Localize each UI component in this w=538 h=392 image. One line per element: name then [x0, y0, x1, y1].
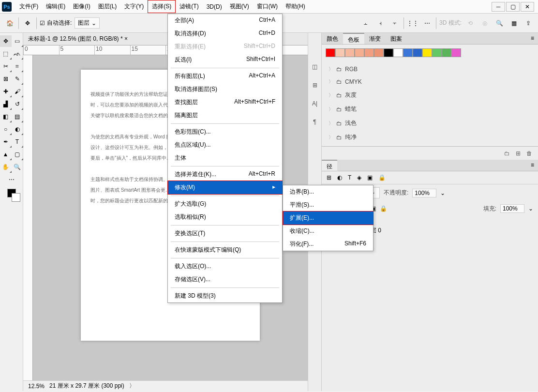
menu-filter[interactable]: 滤镜(T)	[176, 0, 202, 13]
healing-tool[interactable]: ✚	[0, 86, 12, 97]
menu-item[interactable]: 查找图层Alt+Shift+Ctrl+F	[168, 96, 282, 109]
swatch[interactable]	[403, 48, 413, 57]
menu-item[interactable]: 色彩范围(C)...	[168, 125, 282, 138]
swatch[interactable]	[355, 48, 364, 57]
swatch[interactable]	[413, 48, 422, 57]
panel-menu-icon[interactable]: ≡	[527, 33, 538, 44]
swatch[interactable]	[422, 48, 432, 57]
align-bottom-icon[interactable]: ⫟	[389, 17, 401, 29]
swatch[interactable]	[451, 48, 461, 57]
tab-color[interactable]: 颜色	[322, 33, 343, 44]
menu-view[interactable]: 视图(V)	[226, 0, 253, 13]
menu-3d[interactable]: 3D(D)	[203, 1, 226, 12]
history-brush-tool[interactable]: ↺	[12, 98, 23, 110]
menu-item[interactable]: 全部(A)Ctrl+A	[168, 14, 282, 27]
swatch-folder[interactable]: 〉🗀灰度	[327, 88, 533, 102]
marquee-tool[interactable]: ⬚	[0, 48, 12, 60]
menu-help[interactable]: 帮助(H)	[282, 0, 309, 13]
tab-pattern[interactable]: 图案	[386, 33, 407, 44]
swatch[interactable]	[364, 48, 374, 57]
tab-gradient[interactable]: 渐变	[364, 33, 386, 44]
new-swatch-icon[interactable]: ⊞	[516, 150, 521, 157]
swatch[interactable]	[345, 48, 355, 57]
crop-tool[interactable]: ⌗	[12, 60, 23, 72]
menu-item[interactable]: 变换选区(T)	[168, 227, 282, 240]
menu-item[interactable]: 载入选区(O)...	[168, 260, 282, 273]
opacity-input[interactable]: 100%	[412, 189, 436, 197]
clone-tool[interactable]: ▟	[0, 98, 12, 110]
filter-icon[interactable]: ⊞	[327, 174, 331, 181]
align-middle-icon[interactable]: ⫞	[374, 17, 386, 29]
character-icon[interactable]: A|	[310, 99, 320, 108]
type-tool[interactable]: T	[12, 136, 23, 148]
zoom-level[interactable]: 12.5%	[28, 383, 45, 390]
menu-item[interactable]: 在快速蒙版模式下编辑(Q)	[168, 243, 282, 256]
adjust-icon[interactable]: ◈	[357, 174, 361, 181]
blur-tool[interactable]: ○	[0, 123, 12, 135]
submenu-item[interactable]: 羽化(F)...Shift+F6	[283, 238, 373, 251]
eyedropper-tool[interactable]: ✎	[12, 73, 23, 85]
menu-item[interactable]: 选择并遮住(K)...Alt+Ctrl+R	[168, 168, 282, 181]
submenu-item[interactable]: 边界(B)...	[283, 185, 373, 198]
hand-tool[interactable]: ✋	[0, 161, 12, 173]
distribute-icon[interactable]: ⋮⋮	[407, 17, 418, 29]
menu-select[interactable]: 选择(S)	[148, 0, 176, 13]
align-top-icon[interactable]: ⫠	[360, 17, 372, 29]
properties-icon[interactable]: ⊞	[310, 80, 320, 90]
menu-item[interactable]: 新建 3D 模型(3)	[168, 289, 282, 302]
pen-tool[interactable]: ✒	[0, 136, 12, 148]
zoom-tool[interactable]: 🔍	[12, 161, 23, 173]
home-icon[interactable]: 🏠	[4, 17, 15, 29]
swatch[interactable]	[393, 48, 403, 57]
menu-edit[interactable]: 编辑(E)	[42, 0, 69, 13]
swatch-folder[interactable]: 〉🗀RGB	[327, 63, 533, 75]
zoom-icon[interactable]: 🔍	[493, 17, 505, 29]
menu-window[interactable]: 窗口(W)	[253, 0, 282, 13]
swatch[interactable]	[335, 48, 345, 57]
swatch-folder[interactable]: 〉🗀CMYK	[327, 75, 533, 88]
swatch[interactable]	[432, 48, 442, 57]
menu-item[interactable]: 存储选区(V)...	[168, 273, 282, 286]
menu-type[interactable]: 文字(Y)	[120, 0, 148, 13]
frame-tool[interactable]: ⊠	[0, 73, 12, 85]
menu-item[interactable]: 选取相似(R)	[168, 211, 282, 224]
menu-file[interactable]: 文件(F)	[15, 0, 42, 13]
mask-icon[interactable]: ◐	[337, 174, 342, 181]
swatch-folder[interactable]: 〉🗀蜡笔	[327, 102, 533, 116]
swatch[interactable]	[384, 48, 393, 57]
pan-icon[interactable]: ◎	[479, 17, 491, 29]
menu-item[interactable]: 所有图层(L)Alt+Ctrl+A	[168, 70, 282, 83]
dodge-tool[interactable]: ◐	[12, 123, 23, 135]
smart-icon[interactable]: ▣	[367, 174, 373, 181]
move-tool[interactable]: ✥	[0, 35, 12, 47]
swatch[interactable]	[326, 48, 335, 57]
swatch[interactable]	[442, 48, 451, 57]
menu-item[interactable]: 扩大选取(G)	[168, 197, 282, 211]
swatch-folder[interactable]: 〉🗀纯净	[327, 130, 533, 144]
submenu-item[interactable]: 扩展(E)...	[283, 211, 374, 225]
move-tool-icon[interactable]: ✥	[22, 17, 33, 29]
orbit-icon[interactable]: ⟲	[464, 17, 476, 29]
close-button[interactable]: ✕	[521, 2, 534, 12]
lock-all-icon[interactable]: 🔒	[380, 205, 387, 212]
more-icon[interactable]: ⋯	[421, 17, 433, 29]
artboard-tool[interactable]: ▭	[12, 35, 23, 47]
menu-item[interactable]: 反选(I)Shift+Ctrl+I	[168, 53, 282, 66]
menu-item[interactable]: 重新选择(E)Shift+Ctrl+D	[168, 40, 282, 53]
fill-input[interactable]: 100%	[500, 204, 524, 213]
gradient-tool[interactable]: ▤	[12, 111, 23, 122]
submenu-item[interactable]: 平滑(S)...	[283, 198, 373, 211]
new-folder-icon[interactable]: 🗀	[504, 150, 510, 157]
paragraph-icon[interactable]: ¶	[310, 117, 320, 127]
menu-layer[interactable]: 图层(L)	[94, 0, 121, 13]
tab-paths[interactable]: 径	[322, 160, 337, 171]
lock-filter-icon[interactable]: 🔒	[378, 174, 386, 181]
panel-menu-icon[interactable]: ≡	[527, 160, 538, 171]
menu-item[interactable]: 隔离图层	[168, 109, 282, 122]
text-filter-icon[interactable]: T	[348, 174, 351, 181]
eraser-tool[interactable]: ◧	[0, 111, 12, 122]
tab-swatches[interactable]: 色板	[343, 33, 364, 44]
quick-select-tool[interactable]: ✂	[0, 60, 12, 72]
menu-image[interactable]: 图像(I)	[69, 0, 94, 13]
history-icon[interactable]: ◫	[310, 62, 320, 72]
